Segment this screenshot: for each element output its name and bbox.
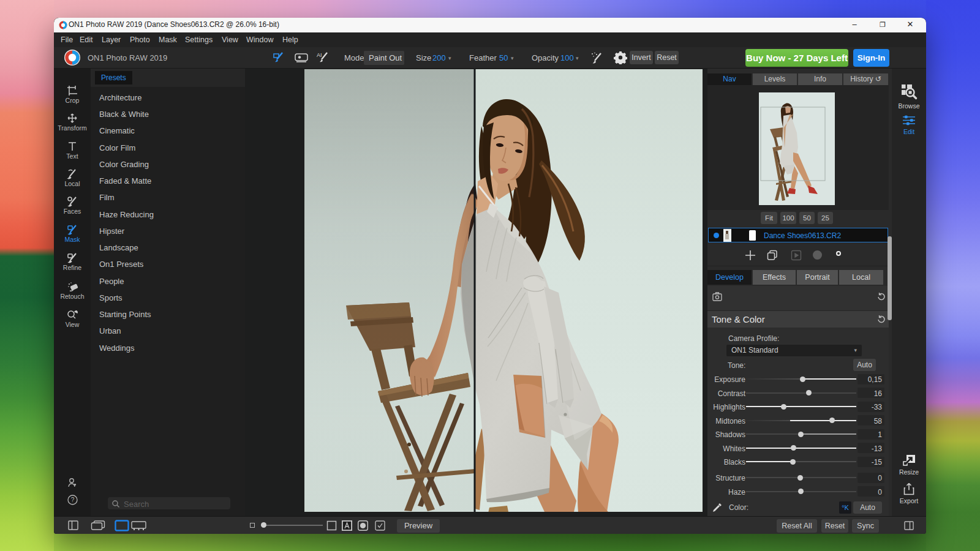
svg-text:?: ?: [70, 497, 74, 503]
svg-text:AI: AI: [317, 52, 322, 58]
